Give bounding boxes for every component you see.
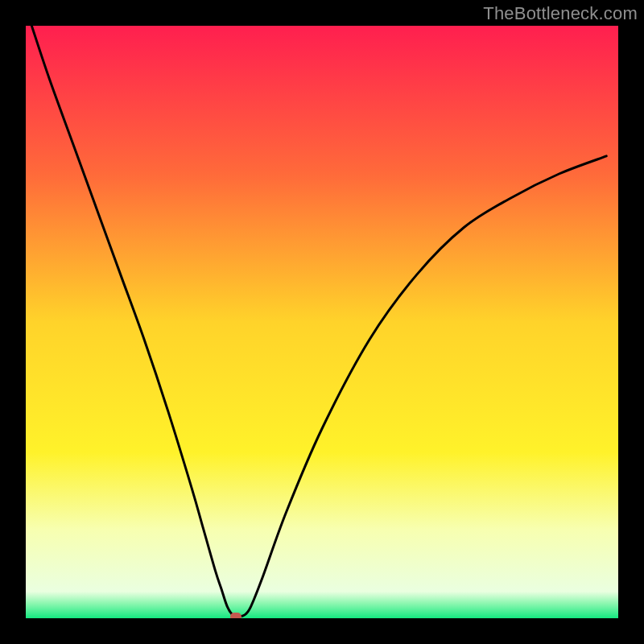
minimum-marker (230, 613, 242, 618)
chart-frame: TheBottleneck.com (0, 0, 644, 644)
bottleneck-curve (26, 26, 618, 618)
plot-area (26, 26, 618, 618)
watermark-text: TheBottleneck.com (483, 3, 638, 24)
